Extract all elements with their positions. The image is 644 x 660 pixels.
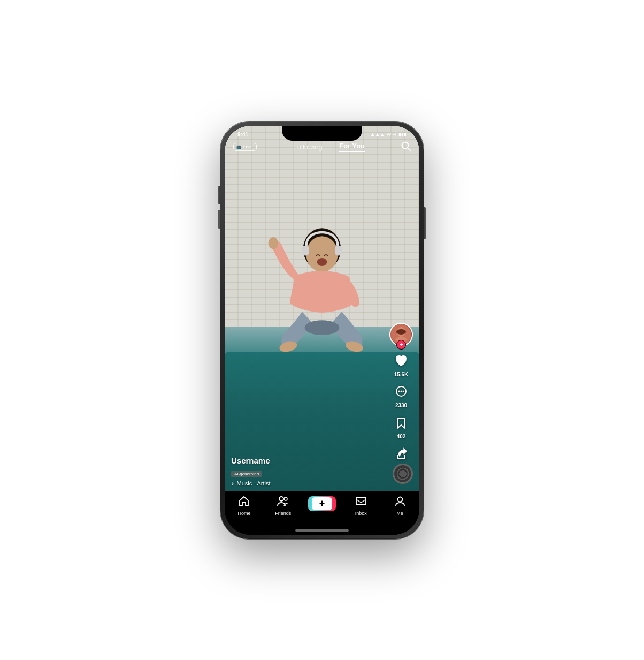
friends-icon bbox=[277, 495, 289, 509]
create-button[interactable]: + bbox=[311, 496, 333, 511]
music-note-icon: ♪ bbox=[231, 480, 234, 487]
svg-point-22 bbox=[397, 497, 402, 502]
friends-label: Friends bbox=[275, 511, 291, 516]
live-label: LIVE bbox=[243, 145, 254, 149]
live-button[interactable]: 📺 LIVE bbox=[233, 143, 257, 151]
for-you-tab[interactable]: For You bbox=[339, 142, 365, 152]
svg-point-19 bbox=[279, 497, 283, 501]
battery-icon: ▮▮▮ bbox=[398, 132, 407, 137]
wifi-icon: WiFi bbox=[387, 132, 396, 137]
bottom-nav: Home Friends + bbox=[225, 491, 419, 535]
svg-rect-21 bbox=[356, 497, 366, 505]
comment-action[interactable]: 2330 bbox=[394, 385, 408, 408]
svg-point-18 bbox=[403, 390, 404, 392]
phone-frame: 9:41 ▲▲▲ WiFi ▮▮▮ bbox=[220, 122, 424, 539]
signal-icon: ▲▲▲ bbox=[370, 132, 385, 137]
inbox-label: Inbox bbox=[355, 511, 367, 516]
person-svg bbox=[252, 223, 392, 377]
nav-inbox[interactable]: Inbox bbox=[341, 495, 380, 516]
svg-point-17 bbox=[401, 390, 402, 392]
status-bar: 9:41 ▲▲▲ WiFi ▮▮▮ bbox=[225, 126, 419, 141]
svg-rect-4 bbox=[302, 245, 309, 255]
svg-point-3 bbox=[269, 237, 279, 249]
status-time: 9:41 bbox=[237, 132, 248, 138]
svg-point-16 bbox=[398, 390, 400, 392]
app-screen: 9:41 ▲▲▲ WiFi ▮▮▮ bbox=[225, 126, 419, 535]
right-actions: + 15.6K bbox=[389, 323, 413, 471]
svg-point-9 bbox=[304, 320, 339, 335]
comment-count: 2330 bbox=[395, 403, 407, 408]
like-action[interactable]: 15.6K bbox=[394, 354, 409, 377]
bookmark-count: 402 bbox=[397, 434, 406, 439]
ai-badge: AI-generated bbox=[231, 471, 262, 477]
share-icon bbox=[394, 447, 408, 463]
person bbox=[252, 206, 392, 377]
nav-home[interactable]: Home bbox=[225, 495, 264, 516]
comment-icon bbox=[394, 385, 408, 401]
tab-divider: | bbox=[330, 143, 332, 151]
inbox-icon bbox=[355, 495, 367, 509]
svg-point-14 bbox=[396, 329, 406, 335]
me-label: Me bbox=[396, 511, 403, 516]
follow-plus-icon[interactable]: + bbox=[396, 340, 406, 350]
live-icon: 📺 bbox=[236, 145, 241, 149]
music-label: Music - Artist bbox=[237, 480, 271, 487]
svg-point-20 bbox=[284, 497, 287, 500]
music-info[interactable]: ♪ Music - Artist bbox=[231, 480, 385, 487]
phone-screen: 9:41 ▲▲▲ WiFi ▮▮▮ bbox=[225, 126, 419, 535]
create-plus-icon: + bbox=[312, 497, 332, 510]
home-indicator bbox=[295, 529, 349, 532]
tab-group: Following | For You bbox=[293, 142, 365, 152]
creator-avatar[interactable]: + bbox=[389, 323, 413, 346]
svg-point-6 bbox=[317, 258, 327, 266]
video-info: Username AI-generated ♪ Music - Artist bbox=[231, 456, 385, 487]
status-icons: ▲▲▲ WiFi ▮▮▮ bbox=[370, 132, 407, 137]
nav-me[interactable]: Me bbox=[380, 495, 419, 516]
svg-rect-5 bbox=[335, 245, 342, 255]
bookmark-icon bbox=[394, 416, 408, 432]
music-disc bbox=[393, 464, 413, 484]
home-label: Home bbox=[237, 511, 250, 516]
svg-point-1 bbox=[306, 236, 338, 272]
me-icon bbox=[394, 495, 406, 509]
bookmark-action[interactable]: 402 bbox=[394, 416, 408, 439]
svg-line-11 bbox=[408, 148, 410, 150]
username-label[interactable]: Username bbox=[231, 456, 385, 465]
following-tab[interactable]: Following bbox=[293, 143, 323, 151]
search-icon[interactable] bbox=[401, 141, 411, 153]
home-icon bbox=[238, 495, 250, 509]
nav-create[interactable]: + bbox=[303, 495, 342, 511]
like-count: 15.6K bbox=[394, 371, 409, 377]
nav-friends[interactable]: Friends bbox=[264, 495, 303, 516]
heart-icon bbox=[394, 354, 408, 370]
